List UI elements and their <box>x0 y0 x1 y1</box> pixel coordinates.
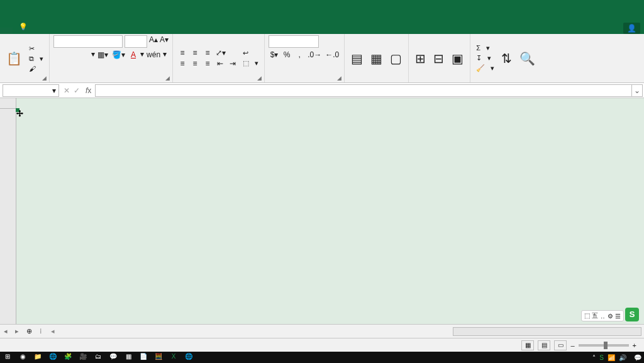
font-size-combo[interactable] <box>125 35 147 48</box>
copy-button[interactable]: ⧉ ▾ <box>27 54 45 64</box>
taskbar-app-icon[interactable]: 📄 <box>138 353 148 362</box>
system-tray[interactable]: ˄ S 📶 🔊 💬 <box>592 354 641 361</box>
format-cells-button[interactable]: ▣ <box>449 50 466 67</box>
wrap-text-button[interactable]: ↩ <box>241 48 260 58</box>
clipboard-dialog-icon[interactable]: ◢ <box>42 75 47 81</box>
find-select-button[interactable]: 🔍 <box>517 50 538 67</box>
conditional-format-button[interactable]: ▤ <box>348 50 365 67</box>
taskbar-app-icon[interactable]: 🗂 <box>93 353 103 362</box>
align-middle-icon[interactable]: ≡ <box>189 48 201 58</box>
formula-input[interactable] <box>95 84 631 97</box>
group-cells: ⊞ ⊟ ▣ <box>409 34 470 82</box>
border-button[interactable]: ▦▾ <box>96 50 109 60</box>
taskbar-app-icon[interactable]: ◉ <box>18 353 28 362</box>
sort-filter-button[interactable]: ⇅ <box>499 50 514 67</box>
percent-icon[interactable]: % <box>281 50 292 60</box>
insert-cells-button[interactable]: ⊞ <box>413 50 428 67</box>
align-dialog-icon[interactable]: ◢ <box>257 75 262 81</box>
number-format-combo[interactable] <box>269 35 319 48</box>
tray-ime-icon[interactable]: S <box>599 354 604 361</box>
indent-dec-icon[interactable]: ⇤ <box>214 59 226 69</box>
merge-center-button[interactable]: ⬚ ▾ <box>241 59 260 68</box>
align-top-icon[interactable]: ≡ <box>177 48 188 58</box>
taskbar-app-icon[interactable]: 🧩 <box>63 353 73 362</box>
comma-icon[interactable]: , <box>294 50 305 60</box>
indent-inc-icon[interactable]: ⇥ <box>227 59 238 69</box>
ime-toolbar[interactable]: ⬚ 五 ‥ ⚙ ☰ <box>581 310 624 321</box>
tab-file[interactable] <box>0 28 13 34</box>
increase-font-icon[interactable]: A▴ <box>149 35 158 48</box>
underline-button[interactable] <box>79 50 90 60</box>
add-sheet-button[interactable]: ⊕ <box>23 327 36 335</box>
fill-button[interactable]: ↧ ▾ <box>474 53 496 63</box>
taskbar-app-icon[interactable]: 🧮 <box>153 353 164 362</box>
autosum-button[interactable]: Σ ▾ <box>474 43 496 53</box>
number-dialog-icon[interactable]: ◢ <box>337 75 341 81</box>
paste-icon: 📋 <box>6 52 22 65</box>
tell-me[interactable]: 💡 <box>13 20 34 34</box>
ime-badge-icon[interactable]: S <box>625 308 639 321</box>
row-headers[interactable] <box>0 109 16 324</box>
normal-view-button[interactable]: ▦ <box>521 340 534 350</box>
taskbar-app-icon[interactable]: 🌐 <box>184 353 194 362</box>
clear-button[interactable]: 🧹 ▾ <box>474 64 496 73</box>
enter-formula-icon[interactable]: ✓ <box>72 86 82 95</box>
cell-styles-button[interactable]: ▢ <box>387 50 404 67</box>
format-painter-button[interactable]: 🖌 <box>27 64 45 73</box>
zoom-in-button[interactable]: + <box>633 342 636 349</box>
cancel-formula-icon[interactable]: ✕ <box>62 86 72 95</box>
worksheet-grid[interactable]: ✢ <box>0 98 644 324</box>
select-all-corner[interactable] <box>0 98 16 109</box>
page-break-view-button[interactable]: ▭ <box>554 340 567 350</box>
taskbar-app-icon[interactable]: 🎥 <box>78 353 88 362</box>
cut-button[interactable]: ✂ <box>27 44 45 53</box>
share-button[interactable]: 👤 <box>623 23 640 34</box>
namebox-dropdown-icon[interactable]: ▾ <box>52 86 56 95</box>
taskbar-app-icon[interactable]: ▦ <box>123 353 133 362</box>
horizontal-scrollbar[interactable] <box>453 327 641 336</box>
tray-network-icon[interactable]: 📶 <box>608 354 615 361</box>
italic-button[interactable] <box>66 50 77 60</box>
align-center-icon[interactable]: ≡ <box>189 59 201 69</box>
tray-up-icon[interactable]: ˄ <box>592 354 596 361</box>
orientation-icon[interactable]: ⤢▾ <box>214 48 227 58</box>
sheet-nav-prev-icon[interactable]: ◂ <box>0 327 11 335</box>
dec-decimal-icon[interactable]: ←.0 <box>324 50 340 60</box>
font-dialog-icon[interactable]: ◢ <box>165 75 170 81</box>
page-layout-view-button[interactable]: ▤ <box>538 340 550 350</box>
expand-formula-icon[interactable]: ⌄ <box>631 84 643 97</box>
delete-cells-button[interactable]: ⊟ <box>431 50 447 67</box>
font-name-combo[interactable] <box>53 35 123 48</box>
inc-decimal-icon[interactable]: .0→ <box>306 50 323 60</box>
zoom-slider[interactable] <box>579 344 629 347</box>
account-area: 👤 <box>618 23 644 34</box>
phonetic-button[interactable]: wén <box>145 50 162 60</box>
currency-icon[interactable]: $▾ <box>269 50 280 60</box>
tray-notifications-icon[interactable]: 💬 <box>634 354 641 361</box>
align-bottom-icon[interactable]: ≡ <box>202 48 213 58</box>
sort-icon: ⇅ <box>501 52 512 65</box>
decrease-font-icon[interactable]: A▾ <box>160 35 169 48</box>
column-headers[interactable] <box>16 98 644 109</box>
paste-button[interactable]: 📋 <box>4 50 25 67</box>
fx-button[interactable]: fx <box>82 86 95 95</box>
name-box[interactable]: ▾ <box>3 84 59 97</box>
start-button[interactable]: ⊞ <box>3 353 13 362</box>
ribbon: 📋 ✂ ⧉ ▾ 🖌 ◢ A▴ A▾ ▾ ▦▾ 🪣▾ A▾ <box>0 34 644 83</box>
bold-button[interactable] <box>53 50 65 60</box>
taskbar-app-icon[interactable]: 🌐 <box>48 353 58 362</box>
sheet-nav-next-icon[interactable]: ▸ <box>11 327 23 335</box>
font-color-button[interactable]: A <box>128 50 139 60</box>
active-cell-outline <box>16 109 19 111</box>
taskbar-app-icon[interactable]: 💬 <box>108 353 118 362</box>
align-right-icon[interactable]: ≡ <box>202 59 213 69</box>
zoom-out-button[interactable]: – <box>570 342 574 349</box>
fill-color-button[interactable]: 🪣▾ <box>111 50 126 60</box>
align-left-icon[interactable]: ≡ <box>177 59 188 69</box>
sheet-tab-bar: ◂ ▸ ⊕ ⁞ ◂ <box>0 324 644 338</box>
taskbar-app-icon[interactable]: 📁 <box>33 353 43 362</box>
sheet-list-icon[interactable]: ⁞ <box>36 327 46 335</box>
taskbar-excel-icon[interactable]: X <box>169 353 179 362</box>
tray-volume-icon[interactable]: 🔊 <box>619 354 626 361</box>
format-as-table-button[interactable]: ▦ <box>368 50 385 67</box>
